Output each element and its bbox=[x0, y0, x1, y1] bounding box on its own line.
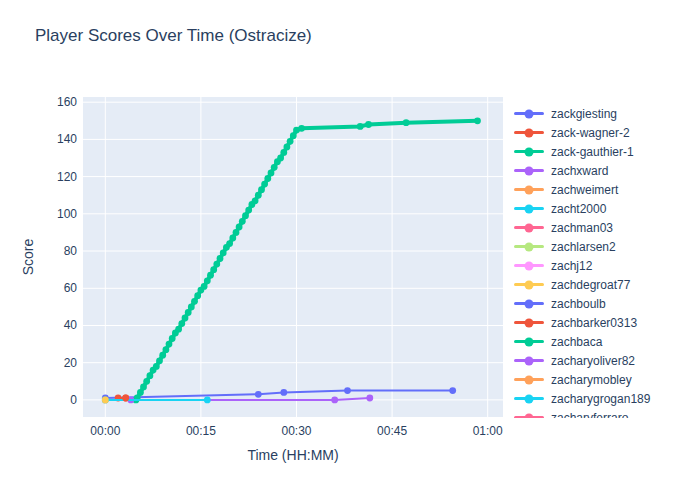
legend-line-marker-icon bbox=[514, 280, 544, 289]
legend: zackgiestingzack-wagner-2zack-gauthier-1… bbox=[514, 104, 692, 418]
legend-item-zachman03[interactable]: zachman03 bbox=[514, 218, 692, 237]
series-line-zack-gauthier-1[interactable] bbox=[136, 121, 478, 400]
legend-item-zachlarsen2[interactable]: zachlarsen2 bbox=[514, 237, 692, 256]
data-point-zackgiesting[interactable] bbox=[344, 387, 351, 394]
data-point-zachxward[interactable] bbox=[366, 395, 373, 402]
data-point-zackgiesting[interactable] bbox=[280, 389, 287, 396]
x-tick-label: 00:00 bbox=[90, 424, 120, 438]
legend-label: zachbarker0313 bbox=[551, 316, 637, 330]
legend-label: zachxward bbox=[551, 164, 608, 178]
legend-label: zacharyferraro bbox=[551, 411, 628, 419]
legend-label: zachboulb bbox=[551, 297, 606, 311]
legend-label: zachman03 bbox=[551, 221, 613, 235]
chart-title: Player Scores Over Time (Ostracize) bbox=[35, 26, 312, 46]
y-tick-label: 120 bbox=[31, 170, 77, 184]
legend-label: zacharyoliver82 bbox=[551, 354, 635, 368]
data-point-zackgiesting[interactable] bbox=[255, 391, 262, 398]
data-point-zachxward[interactable] bbox=[331, 397, 338, 404]
figure: Player Scores Over Time (Ostracize) 0204… bbox=[0, 0, 700, 500]
legend-label: zachweimert bbox=[551, 183, 618, 197]
legend-line-marker-icon bbox=[514, 356, 544, 365]
data-point-zacht2000[interactable] bbox=[204, 397, 211, 404]
x-tick-label: 00:15 bbox=[186, 424, 216, 438]
plot-canvas[interactable] bbox=[83, 97, 503, 417]
y-axis-title: Score bbox=[20, 239, 36, 276]
legend-line-marker-icon bbox=[514, 337, 544, 346]
legend-label: zachdegroat77 bbox=[551, 278, 630, 292]
legend-line-marker-icon bbox=[514, 147, 544, 156]
legend-line-marker-icon bbox=[514, 242, 544, 251]
legend-label: zacharygrogan189 bbox=[551, 392, 650, 406]
legend-line-marker-icon bbox=[514, 109, 544, 118]
legend-item-zacharyferraro[interactable]: zacharyferraro bbox=[514, 408, 692, 418]
legend-item-zachboulb[interactable]: zachboulb bbox=[514, 294, 692, 313]
y-tick-label: 140 bbox=[31, 132, 77, 146]
legend-label: zachbaca bbox=[551, 335, 602, 349]
legend-item-zachdegroat77[interactable]: zachdegroat77 bbox=[514, 275, 692, 294]
legend-line-marker-icon bbox=[514, 204, 544, 213]
y-tick-label: 20 bbox=[31, 356, 77, 370]
legend-item-zachweimert[interactable]: zachweimert bbox=[514, 180, 692, 199]
data-point-zack-gauthier-1[interactable] bbox=[403, 119, 410, 126]
legend-item-zachbarker0313[interactable]: zachbarker0313 bbox=[514, 313, 692, 332]
legend-line-marker-icon bbox=[514, 375, 544, 384]
data-point-zack-gauthier-1[interactable] bbox=[298, 125, 305, 132]
legend-item-zachbaca[interactable]: zachbaca bbox=[514, 332, 692, 351]
legend-item-zacharygrogan189[interactable]: zacharygrogan189 bbox=[514, 389, 692, 408]
x-tick-label: 00:30 bbox=[281, 424, 311, 438]
legend-line-marker-icon bbox=[514, 299, 544, 308]
legend-line-marker-icon bbox=[514, 413, 544, 418]
legend-label: zachj12 bbox=[551, 259, 592, 273]
data-point-zachdegroat77[interactable] bbox=[102, 397, 109, 404]
plot-area[interactable] bbox=[83, 97, 503, 417]
y-tick-label: 80 bbox=[31, 244, 77, 258]
data-point-zachbarker0313[interactable] bbox=[122, 395, 129, 402]
legend-line-marker-icon bbox=[514, 128, 544, 137]
legend-label: zacharymobley bbox=[551, 373, 632, 387]
legend-label: zack-gauthier-1 bbox=[551, 145, 634, 159]
legend-label: zackgiesting bbox=[551, 107, 617, 121]
data-point-zack-gauthier-1[interactable] bbox=[357, 123, 364, 130]
y-tick-label: 60 bbox=[31, 281, 77, 295]
legend-item-zachj12[interactable]: zachj12 bbox=[514, 256, 692, 275]
legend-item-zack-wagner-2[interactable]: zack-wagner-2 bbox=[514, 123, 692, 142]
legend-line-marker-icon bbox=[514, 166, 544, 175]
legend-label: zacht2000 bbox=[551, 202, 606, 216]
legend-line-marker-icon bbox=[514, 185, 544, 194]
data-point-zack-gauthier-1[interactable] bbox=[365, 121, 372, 128]
data-point-zack-gauthier-1[interactable] bbox=[474, 117, 481, 124]
legend-item-zacht2000[interactable]: zacht2000 bbox=[514, 199, 692, 218]
legend-line-marker-icon bbox=[514, 261, 544, 270]
legend-item-zack-gauthier-1[interactable]: zack-gauthier-1 bbox=[514, 142, 692, 161]
legend-line-marker-icon bbox=[514, 394, 544, 403]
legend-label: zack-wagner-2 bbox=[551, 126, 630, 140]
legend-item-zacharymobley[interactable]: zacharymobley bbox=[514, 370, 692, 389]
series-line-zackgiesting[interactable] bbox=[105, 391, 452, 398]
data-point-zackgiesting[interactable] bbox=[449, 387, 456, 394]
x-tick-label: 00:45 bbox=[377, 424, 407, 438]
x-axis-title: Time (HH:MM) bbox=[247, 447, 338, 463]
legend-item-zacharyoliver82[interactable]: zacharyoliver82 bbox=[514, 351, 692, 370]
y-tick-label: 40 bbox=[31, 318, 77, 332]
y-tick-label: 160 bbox=[31, 95, 77, 109]
x-tick-label: 01:00 bbox=[473, 424, 503, 438]
y-tick-label: 0 bbox=[31, 393, 77, 407]
legend-line-marker-icon bbox=[514, 223, 544, 232]
legend-item-zachxward[interactable]: zachxward bbox=[514, 161, 692, 180]
legend-item-zackgiesting[interactable]: zackgiesting bbox=[514, 104, 692, 123]
y-tick-label: 100 bbox=[31, 207, 77, 221]
legend-label: zachlarsen2 bbox=[551, 240, 616, 254]
legend-line-marker-icon bbox=[514, 318, 544, 327]
